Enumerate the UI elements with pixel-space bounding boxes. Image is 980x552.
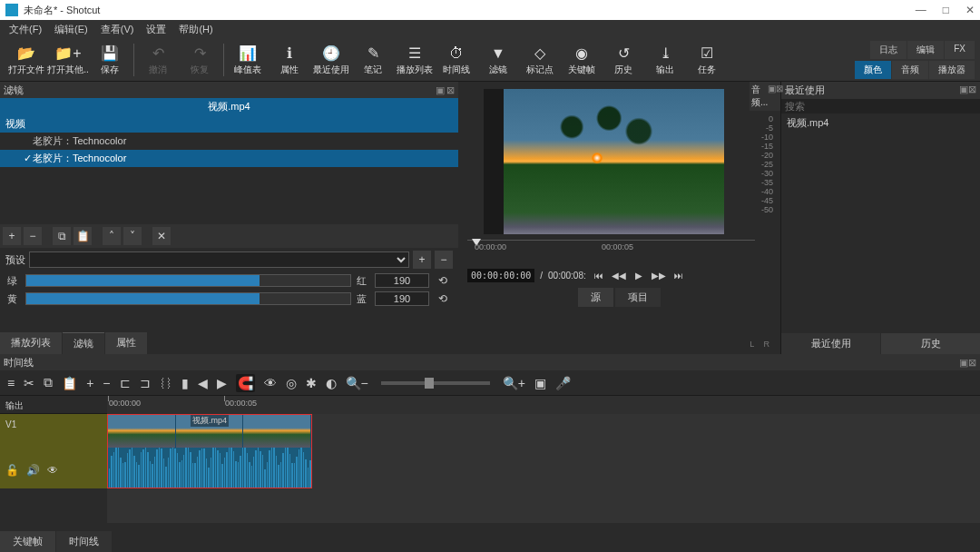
source-tab-项目[interactable]: 项目 (615, 288, 661, 307)
source-tab-源[interactable]: 源 (578, 288, 613, 307)
marker-button[interactable]: ▮ (181, 376, 189, 390)
toolbar-标记点[interactable]: ◇标记点 (519, 40, 561, 80)
append-button[interactable]: + (86, 376, 93, 390)
toolbar-历史[interactable]: ↺历史 (603, 40, 644, 80)
filter-category[interactable]: 视频 (0, 115, 458, 133)
zoom-out-button[interactable]: 🔍− (346, 376, 368, 390)
ripple-all-button[interactable]: ✱ (306, 376, 317, 390)
skip-end-button[interactable]: ⏭ (671, 271, 686, 281)
menu-item[interactable]: 编辑(E) (49, 21, 93, 38)
menu-item[interactable]: 查看(V) (95, 21, 140, 38)
recent-item[interactable]: 视频.mp4 (781, 113, 980, 133)
toolbar-任务[interactable]: ☑任务 (686, 40, 728, 80)
skip-start-button[interactable]: ⏮ (592, 271, 606, 281)
prev-marker-button[interactable]: ◀ (198, 376, 208, 390)
toolbar-恢复[interactable]: ↷恢复 (179, 40, 220, 80)
timeline-canvas[interactable]: 00:00:00 00:00:05 视频.mp4 (107, 396, 980, 523)
maximize-button[interactable]: □ (943, 4, 949, 16)
preset-select[interactable] (29, 251, 409, 268)
snap-button[interactable]: 🧲 (236, 374, 255, 392)
recent-tab-最近使用[interactable]: 最近使用 (781, 333, 880, 354)
timeline-ruler[interactable]: 00:00:00 00:00:05 (107, 396, 980, 414)
recent-search-input[interactable] (781, 99, 980, 113)
menu-item[interactable]: 设置 (141, 21, 172, 38)
zoom-slider[interactable] (381, 381, 490, 385)
minimize-button[interactable]: — (916, 4, 926, 16)
forward-button[interactable]: ▶▶ (652, 271, 666, 281)
lift-button[interactable]: ⊏ (120, 376, 131, 390)
mode-tab-FX[interactable]: FX (945, 41, 975, 59)
toolbar-峰值表[interactable]: 📊峰值表 (227, 40, 269, 80)
remove-filter-button[interactable]: − (24, 227, 42, 245)
timeline-close-icon[interactable]: ⊠ (968, 357, 976, 368)
copy-filter-button[interactable]: ⧉ (53, 227, 71, 245)
bottom-tab-时间线[interactable]: 时间线 (56, 531, 112, 552)
rewind-button[interactable]: ◀◀ (612, 271, 626, 281)
audio-dock-icon[interactable]: ▣⊠ (768, 84, 783, 109)
scrub-audio-button[interactable]: 👁 (264, 376, 277, 390)
undock-icon[interactable]: ▣ (436, 84, 445, 96)
zoom-fit-button[interactable]: ▣ (534, 376, 546, 390)
copy-button[interactable]: ⧉ (44, 375, 53, 390)
toolbar-打开其他..[interactable]: 📁+打开其他.. (47, 40, 89, 80)
timeline-clip[interactable]: 视频.mp4 (107, 414, 312, 488)
remove-button[interactable]: − (103, 376, 110, 390)
subtab-属性[interactable]: 属性 (105, 332, 147, 354)
ripple-markers-button[interactable]: ◐ (326, 376, 337, 390)
toolbar-滤镜[interactable]: ▼滤镜 (477, 40, 519, 80)
move-up-button[interactable]: ˄ (103, 227, 121, 245)
zoom-in-button[interactable]: 🔍+ (503, 376, 525, 390)
recent-dock-icon[interactable]: ▣⊠ (959, 84, 976, 97)
toolbar-属性[interactable]: ℹ属性 (269, 40, 310, 80)
slider-value-绿[interactable] (375, 273, 429, 288)
toolbar-关键帧[interactable]: ◉关键帧 (561, 40, 603, 80)
toolbar-输出[interactable]: ⤓输出 (644, 40, 686, 80)
record-button[interactable]: 🎤 (555, 376, 571, 390)
ripple-button[interactable]: ◎ (286, 376, 297, 390)
paste-button[interactable]: 📋 (62, 376, 77, 390)
mode-tab-播放器[interactable]: 播放器 (929, 61, 975, 79)
toolbar-保存[interactable]: 💾保存 (89, 40, 131, 80)
menu-item[interactable]: 帮助(H) (173, 21, 218, 38)
recent-tab-历史[interactable]: 历史 (881, 333, 980, 354)
overwrite-button[interactable]: ⊐ (140, 376, 151, 390)
toolbar-时间线[interactable]: ⏱时间线 (436, 40, 477, 80)
mode-tab-日志[interactable]: 日志 (870, 41, 906, 59)
preset-remove-button[interactable]: − (435, 251, 453, 269)
toolbar-撤消[interactable]: ↶撤消 (137, 40, 179, 80)
paste-filter-button[interactable]: 📋 (74, 227, 92, 245)
toolbar-播放列表[interactable]: ☰播放列表 (394, 40, 436, 80)
mode-tab-颜色[interactable]: 颜色 (855, 61, 891, 79)
slider-黄[interactable] (25, 292, 351, 305)
scrub-bar[interactable]: 00:00:00 00:00:05 (467, 240, 755, 265)
lock-track-icon[interactable]: 🔓 (5, 464, 19, 477)
filter-item[interactable]: ✓老胶片：Technocolor (0, 150, 458, 167)
mode-tab-编辑[interactable]: 编辑 (907, 41, 944, 59)
slider-绿[interactable] (25, 274, 351, 287)
add-filter-button[interactable]: + (3, 227, 21, 245)
timeline-dock-icon[interactable]: ▣ (959, 357, 968, 368)
slider-reset-绿[interactable]: ⟲ (435, 274, 451, 287)
subtab-播放列表[interactable]: 播放列表 (0, 332, 62, 354)
toolbar-笔记[interactable]: ✎笔记 (352, 40, 394, 80)
move-down-button[interactable]: ˅ (123, 227, 142, 245)
output-row-header[interactable]: 输出 (0, 396, 107, 414)
current-time[interactable]: 00:00:00:00 (467, 269, 534, 282)
close-panel-icon[interactable]: ⊠ (446, 84, 455, 96)
tl-menu-button[interactable]: ≡ (7, 376, 15, 390)
hide-track-icon[interactable]: 👁 (47, 464, 58, 477)
slider-value-黄[interactable] (375, 291, 429, 306)
play-button[interactable]: ▶ (632, 271, 646, 281)
track-header[interactable]: V1 🔓 🔊 👁 (0, 414, 107, 488)
subtab-滤镜[interactable]: 滤镜 (63, 332, 104, 354)
filter-item[interactable]: 老胶片：Technocolor (0, 133, 458, 150)
next-marker-button[interactable]: ▶ (217, 376, 227, 390)
menu-item[interactable]: 文件(F) (4, 21, 47, 38)
split-button[interactable]: ⧙⧘ (160, 376, 172, 390)
close-button[interactable]: ✕ (965, 4, 975, 16)
slider-reset-黄[interactable]: ⟲ (435, 292, 451, 305)
disable-filter-button[interactable]: ✕ (152, 227, 171, 245)
cut-button[interactable]: ✂ (24, 376, 34, 390)
toolbar-最近使用[interactable]: 🕘最近使用 (310, 40, 352, 80)
mode-tab-音频[interactable]: 音频 (892, 61, 928, 79)
